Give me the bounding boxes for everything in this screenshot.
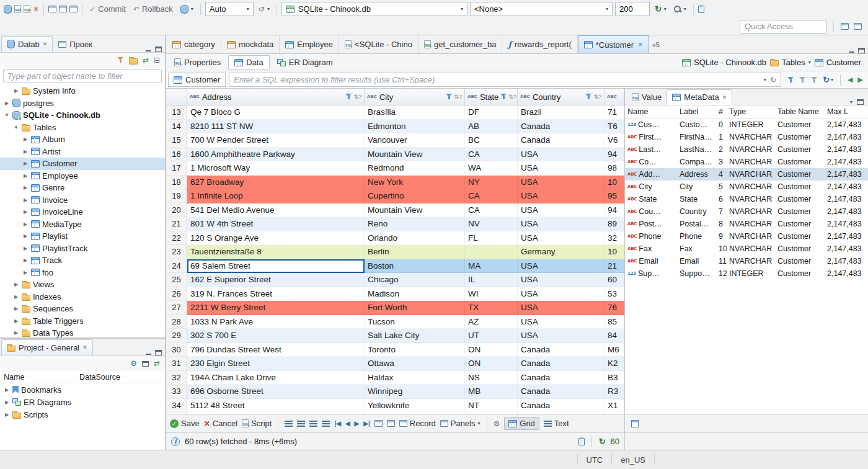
cell-state[interactable]: NS bbox=[465, 371, 518, 385]
column-header-type[interactable]: Type bbox=[727, 107, 775, 116]
cell-country[interactable]: Brazil bbox=[518, 105, 604, 120]
cell-city[interactable]: Chicago bbox=[365, 273, 465, 287]
minimize-icon[interactable] bbox=[848, 48, 855, 53]
cell-country[interactable]: USA bbox=[518, 329, 604, 343]
column-header-city[interactable]: ABC City ⇅? bbox=[365, 89, 465, 105]
metadata-row[interactable]: ABCCou…Country7NVARCHARCustomer2,147,483 bbox=[625, 205, 868, 218]
tree-item-data-types[interactable]: ▶Data Types bbox=[0, 327, 165, 337]
breadcrumb-tables[interactable]: Tables ▾ bbox=[770, 58, 811, 67]
cell-country[interactable]: Canada bbox=[518, 385, 604, 399]
column-header-postalcode[interactable]: ABC bbox=[604, 89, 624, 105]
editor-tab-get-customer-ba[interactable]: get_customer_ba bbox=[418, 35, 502, 53]
new-row-icon[interactable] bbox=[374, 420, 383, 427]
cell-city[interactable]: Reno bbox=[365, 217, 465, 231]
cell-postal[interactable]: 94 bbox=[604, 148, 624, 162]
cell-country[interactable]: Canada bbox=[518, 399, 604, 413]
cell-state[interactable] bbox=[465, 245, 518, 259]
cell-state[interactable]: WA bbox=[465, 161, 518, 176]
duplicate-row-icon[interactable] bbox=[387, 420, 395, 427]
datasource-select[interactable]: SQLite - Chinook.db ▾ bbox=[281, 2, 467, 16]
recent-editor-icon[interactable] bbox=[59, 6, 67, 12]
tree-item-mediatype[interactable]: ▶MediaType bbox=[0, 218, 165, 231]
cell-city[interactable]: Mountain View bbox=[365, 203, 465, 218]
last-row-icon[interactable]: ▶| bbox=[363, 420, 370, 427]
cell-state[interactable]: CA bbox=[465, 203, 518, 218]
expand-arrow-icon[interactable]: ▶ bbox=[22, 173, 29, 179]
sql-filter-input[interactable] bbox=[234, 75, 760, 84]
maximize-icon[interactable] bbox=[155, 47, 162, 52]
tab-er-diagram[interactable]: ER Diagram bbox=[271, 55, 339, 69]
sort-icon[interactable]: ⇅? bbox=[508, 94, 516, 100]
cell-address[interactable]: 69 Salem Street bbox=[187, 259, 365, 274]
expand-arrow-icon[interactable]: ▶ bbox=[13, 306, 19, 311]
tree-item-invoiceline[interactable]: ▶InvoiceLine bbox=[0, 206, 165, 218]
expand-arrow-icon[interactable]: ▶ bbox=[22, 246, 29, 251]
cell-postal[interactable]: 85 bbox=[604, 315, 624, 329]
cell-city[interactable]: Fort Worth bbox=[365, 301, 465, 315]
breadcrumb-datasource[interactable]: SQLite - Chinook.db bbox=[682, 58, 766, 67]
expand-arrow-icon[interactable]: ▶ bbox=[22, 185, 29, 190]
cell-city[interactable]: Yellowknife bbox=[365, 399, 465, 413]
cell-address[interactable]: 1 Microsoft Way bbox=[187, 161, 365, 176]
view-menu-icon[interactable]: ▾ bbox=[850, 99, 852, 105]
expand-arrow-icon[interactable]: ▶ bbox=[22, 149, 29, 154]
tab-value[interactable]: Value bbox=[627, 89, 666, 105]
remove-filter-icon[interactable] bbox=[799, 77, 806, 83]
expand-arrow-icon[interactable]: ▶ bbox=[13, 282, 19, 287]
cell-city[interactable]: Mountain View bbox=[365, 148, 465, 162]
editor-tab-category[interactable]: category bbox=[167, 35, 221, 53]
dbeaver-perspective-icon[interactable] bbox=[854, 23, 862, 30]
cell-address[interactable]: 319 N. Frances Street bbox=[187, 287, 365, 302]
cell-postal[interactable]: 71 bbox=[604, 105, 624, 120]
cell-country[interactable]: Canada bbox=[518, 120, 604, 134]
abort-icon[interactable]: ✳ bbox=[33, 6, 39, 13]
cell-address[interactable]: 302 S 700 E bbox=[187, 329, 365, 343]
tree-item-employee[interactable]: ▶Employee bbox=[0, 170, 165, 182]
tab-project-general[interactable]: Project - General ✕ bbox=[1, 339, 93, 355]
cell-postal[interactable]: V6 bbox=[604, 133, 624, 148]
expand-arrow-icon[interactable]: ▶ bbox=[13, 88, 19, 94]
column-header-state[interactable]: ABC State ⇅? bbox=[465, 89, 518, 105]
tree-item-foo[interactable]: ▶foo bbox=[0, 267, 165, 279]
link-with-editor-icon[interactable]: ⇄ bbox=[154, 360, 160, 367]
expand-arrow-icon[interactable]: ▶ bbox=[4, 412, 10, 418]
column-header-name[interactable]: Name bbox=[4, 373, 79, 382]
cell-postal[interactable]: 95 bbox=[604, 189, 624, 203]
cell-city[interactable]: New York bbox=[365, 176, 465, 190]
tree-item-artist[interactable]: ▶Artist bbox=[0, 146, 165, 158]
cell-state[interactable]: AZ bbox=[465, 315, 518, 329]
cell-address[interactable]: 696 Osborne Street bbox=[187, 385, 365, 399]
cell-country[interactable]: USA bbox=[518, 161, 604, 176]
tree-item-genre[interactable]: ▶Genre bbox=[0, 182, 165, 194]
expand-arrow-icon[interactable]: ▶ bbox=[22, 221, 29, 227]
cell-city[interactable]: Salt Lake City bbox=[365, 329, 465, 343]
cell-postal[interactable]: X1 bbox=[604, 399, 624, 413]
row-number-cell[interactable]: 26 bbox=[166, 287, 187, 302]
cell-address[interactable]: 796 Dundas Street West bbox=[187, 343, 365, 357]
cell-country[interactable]: USA bbox=[518, 203, 604, 218]
tree-item-playlist[interactable]: ▶Playlist bbox=[0, 230, 165, 243]
cell-country[interactable]: USA bbox=[518, 231, 604, 246]
maximize-icon[interactable] bbox=[857, 99, 864, 105]
autocommit-select[interactable]: Auto ▾ bbox=[205, 2, 254, 16]
schema-select[interactable]: <None> ▾ bbox=[470, 2, 613, 16]
collapse-arrow-icon[interactable]: ▼ bbox=[4, 112, 10, 118]
cell-country[interactable]: Canada bbox=[518, 357, 604, 371]
cell-city[interactable]: Ottawa bbox=[365, 357, 465, 371]
cell-state[interactable]: IL bbox=[465, 273, 518, 287]
tab-properties[interactable]: Properties bbox=[168, 55, 227, 69]
tree-item-indexes[interactable]: ▶Indexes bbox=[0, 291, 165, 303]
fetch-size-input[interactable] bbox=[615, 2, 650, 16]
cell-postal[interactable]: B3 bbox=[604, 371, 624, 385]
text-view-button[interactable]: Text bbox=[544, 419, 569, 428]
filter-icon[interactable] bbox=[446, 94, 453, 100]
expand-arrow-icon[interactable]: ▶ bbox=[22, 136, 29, 142]
cell-postal[interactable]: R3 bbox=[604, 385, 624, 399]
cell-postal[interactable]: 53 bbox=[604, 287, 624, 302]
cell-country[interactable]: USA bbox=[518, 217, 604, 231]
tree-item-postgres[interactable]: ▶postgres bbox=[0, 97, 165, 110]
cell-address[interactable]: 1033 N Park Ave bbox=[187, 315, 365, 329]
cell-state[interactable]: MA bbox=[465, 259, 518, 274]
tree-item-customer[interactable]: ▶Customer bbox=[0, 158, 165, 170]
cell-state[interactable]: ON bbox=[465, 357, 518, 371]
